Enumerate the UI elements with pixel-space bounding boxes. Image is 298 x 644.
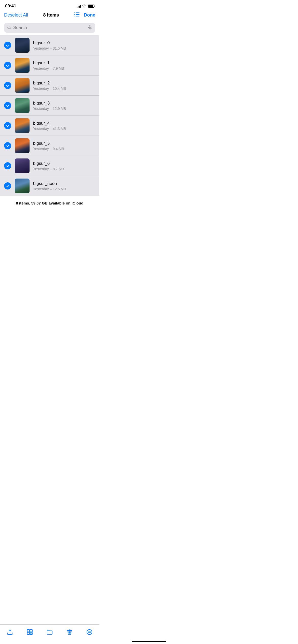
svg-rect-3 <box>74 12 75 13</box>
list-item[interactable]: bigsur_3 Yesterday – 12.9 MB <box>0 96 99 116</box>
status-icons <box>77 4 94 8</box>
select-checkbox[interactable] <box>4 42 11 49</box>
file-name: bigsur_5 <box>33 141 95 146</box>
list-item[interactable]: bigsur_4 Yesterday – 41.3 MB <box>0 116 99 136</box>
file-info: bigsur_6 Yesterday – 8.7 MB <box>33 161 95 171</box>
file-name: bigsur_6 <box>33 161 95 166</box>
bottom-status: 8 items, 59.07 GB available on iCloud <box>0 196 99 210</box>
checkmark-icon <box>6 184 9 188</box>
select-checkbox[interactable] <box>4 62 11 69</box>
svg-rect-4 <box>74 14 75 15</box>
file-thumbnail <box>15 138 30 153</box>
select-checkbox[interactable] <box>4 122 11 129</box>
list-view-icon[interactable] <box>74 12 80 18</box>
select-checkbox[interactable] <box>4 82 11 89</box>
checkmark-icon <box>6 164 9 168</box>
file-info: bigsur_3 Yesterday – 12.9 MB <box>33 101 95 111</box>
svg-rect-1 <box>76 14 79 15</box>
list-item[interactable]: bigsur_0 Yesterday – 31.6 MB <box>0 35 99 55</box>
file-meta: Yesterday – 41.3 MB <box>33 127 95 131</box>
search-input[interactable] <box>13 25 86 30</box>
file-name: bigsur_2 <box>33 81 95 86</box>
nav-title: 8 Items <box>43 12 59 18</box>
list-item[interactable]: bigsur_6 Yesterday – 8.7 MB <box>0 156 99 176</box>
select-checkbox[interactable] <box>4 142 11 149</box>
nav-right: Done <box>74 12 95 18</box>
file-meta: Yesterday – 8.7 MB <box>33 167 95 171</box>
file-info: bigsur_noon Yesterday – 12.6 MB <box>33 181 95 191</box>
file-info: bigsur_4 Yesterday – 41.3 MB <box>33 121 95 131</box>
file-name: bigsur_1 <box>33 61 95 66</box>
checkmark-icon <box>6 104 9 107</box>
file-name: bigsur_4 <box>33 121 95 126</box>
file-name: bigsur_0 <box>33 40 95 46</box>
done-button[interactable]: Done <box>84 12 95 18</box>
mic-icon[interactable] <box>88 25 92 31</box>
search-bar-container <box>0 21 99 35</box>
file-meta: Yesterday – 10.4 MB <box>33 86 95 91</box>
file-info: bigsur_0 Yesterday – 31.6 MB <box>33 40 95 50</box>
file-thumbnail <box>15 98 30 113</box>
select-checkbox[interactable] <box>4 182 11 189</box>
file-thumbnail <box>15 118 30 133</box>
storage-status-text: 8 items, 59.07 GB available on iCloud <box>16 201 83 205</box>
search-icon <box>7 25 11 30</box>
select-checkbox[interactable] <box>4 162 11 169</box>
file-meta: Yesterday – 31.6 MB <box>33 46 95 50</box>
file-thumbnail <box>15 78 30 93</box>
file-info: bigsur_2 Yesterday – 10.4 MB <box>33 81 95 91</box>
status-time: 09:41 <box>5 4 16 9</box>
status-bar: 09:41 <box>0 0 99 10</box>
svg-rect-5 <box>74 16 75 17</box>
main-content: bigsur_0 Yesterday – 31.6 MB bigsur_1 Ye… <box>0 35 99 240</box>
svg-rect-0 <box>76 12 79 13</box>
file-thumbnail <box>15 58 30 73</box>
battery-icon <box>88 5 94 8</box>
checkmark-icon <box>6 43 9 47</box>
list-item[interactable]: bigsur_noon Yesterday – 12.6 MB <box>0 176 99 196</box>
file-thumbnail <box>15 158 30 173</box>
search-bar[interactable] <box>4 23 95 33</box>
file-meta: Yesterday – 12.6 MB <box>33 187 95 191</box>
file-name: bigsur_noon <box>33 181 95 186</box>
file-info: bigsur_1 Yesterday – 7.9 MB <box>33 61 95 70</box>
list-item[interactable]: bigsur_5 Yesterday – 9.4 MB <box>0 136 99 156</box>
file-thumbnail <box>15 179 30 193</box>
file-meta: Yesterday – 7.9 MB <box>33 66 95 70</box>
svg-rect-7 <box>89 25 91 28</box>
checkmark-icon <box>6 84 9 87</box>
deselect-all-button[interactable]: Deselect All <box>4 12 28 18</box>
wifi-icon <box>82 4 86 8</box>
nav-bar: Deselect All 8 Items Done <box>0 10 99 21</box>
list-item[interactable]: bigsur_2 Yesterday – 10.4 MB <box>0 76 99 96</box>
file-info: bigsur_5 Yesterday – 9.4 MB <box>33 141 95 151</box>
select-checkbox[interactable] <box>4 102 11 109</box>
svg-rect-2 <box>76 16 79 17</box>
checkmark-icon <box>6 144 9 148</box>
signal-icon <box>77 5 81 8</box>
checkmark-icon <box>6 64 9 67</box>
checkmark-icon <box>6 124 9 127</box>
file-list: bigsur_0 Yesterday – 31.6 MB bigsur_1 Ye… <box>0 35 99 196</box>
file-meta: Yesterday – 12.9 MB <box>33 107 95 111</box>
file-meta: Yesterday – 9.4 MB <box>33 147 95 151</box>
list-item[interactable]: bigsur_1 Yesterday – 7.9 MB <box>0 55 99 76</box>
file-name: bigsur_3 <box>33 101 95 106</box>
file-thumbnail <box>15 38 30 53</box>
